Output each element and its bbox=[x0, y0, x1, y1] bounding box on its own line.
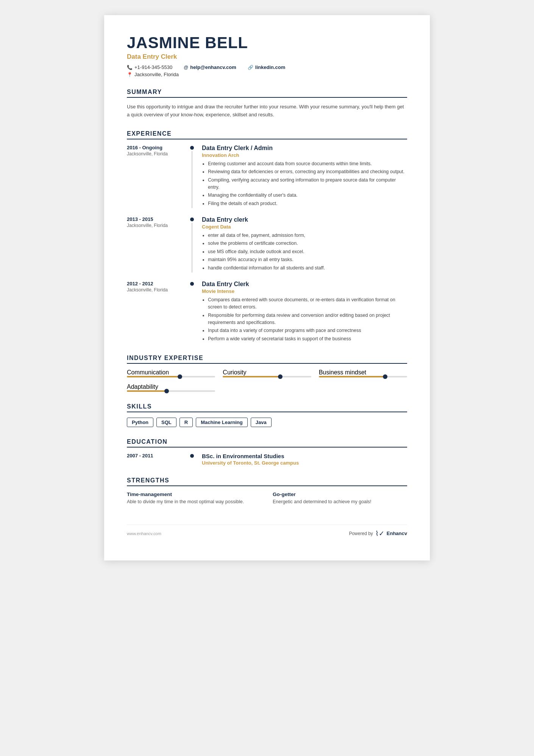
expertise-fill-0 bbox=[127, 376, 180, 377]
expertise-track-0 bbox=[127, 376, 215, 377]
exp-dot-2 bbox=[190, 282, 194, 286]
exp-right-2: Data Entry Clerk Movie Intense Compares … bbox=[197, 281, 407, 343]
expertise-track-2 bbox=[319, 376, 407, 377]
location-icon: 📍 bbox=[127, 72, 133, 77]
exp-left-0: 2016 - Ongoing Jacksonville, Florida bbox=[127, 145, 187, 208]
resume-container: JASMINE BELL Data Entry Clerk 📞 +1-914-3… bbox=[104, 15, 430, 560]
header: JASMINE BELL Data Entry Clerk 📞 +1-914-3… bbox=[127, 34, 407, 77]
exp-job-title-1: Data Entry clerk bbox=[202, 216, 407, 223]
education-title: EDUCATION bbox=[127, 438, 407, 448]
footer-brand-area: Powered by ⌇✓ Enhancv bbox=[349, 529, 407, 538]
exp-bullet-1-1: solve the problems of certificate correc… bbox=[208, 240, 407, 247]
strengths-title: STRENGTHS bbox=[127, 477, 407, 486]
edu-school-0: University of Toronto, St. George campus bbox=[202, 460, 407, 466]
skill-tag-3: Machine Learning bbox=[196, 418, 248, 427]
location-row: 📍 Jacksonville, Florida bbox=[127, 72, 407, 77]
exp-bullet-1-4: handle confidential information for all … bbox=[208, 265, 407, 272]
skill-tag-4: Java bbox=[251, 418, 272, 427]
expertise-fill-2 bbox=[319, 376, 385, 377]
expertise-item-1: Curiosity bbox=[223, 369, 311, 377]
enhancv-logo-icon: ⌇✓ bbox=[375, 529, 384, 538]
exp-timeline-0 bbox=[187, 145, 197, 208]
exp-item-1: 2013 - 2015 Jacksonville, Florida Data E… bbox=[127, 216, 407, 272]
exp-bullet-0-3: Managing the confidentiality of user's d… bbox=[208, 192, 407, 199]
experience-section: EXPERIENCE 2016 - Ongoing Jacksonville, … bbox=[127, 130, 407, 343]
expertise-label-0: Communication bbox=[127, 369, 169, 376]
contact-phone: 📞 +1-914-345-5530 bbox=[127, 64, 172, 70]
exp-location-1: Jacksonville, Florida bbox=[127, 223, 184, 228]
edu-timeline-0 bbox=[187, 453, 197, 466]
linkedin-link[interactable]: linkedin.com bbox=[255, 64, 285, 70]
expertise-label-2: Business mindset bbox=[319, 369, 366, 376]
footer: www.enhancv.com Powered by ⌇✓ Enhancv bbox=[127, 524, 407, 538]
exp-dot-0 bbox=[190, 146, 194, 150]
education-section: EDUCATION 2007 - 2011 BSc. in Environmen… bbox=[127, 438, 407, 466]
header-name: JASMINE BELL bbox=[127, 34, 407, 52]
email-link[interactable]: help@enhancv.com bbox=[190, 64, 236, 70]
location-text: Jacksonville, Florida bbox=[134, 72, 179, 77]
exp-bullet-0-2: Compiling, verifying accuracy and sortin… bbox=[208, 177, 407, 191]
exp-timeline-1 bbox=[187, 216, 197, 272]
exp-job-title-0: Data Entry Clerk / Admin bbox=[202, 145, 407, 152]
exp-company-0: Innovation Arch bbox=[202, 152, 407, 158]
exp-item-2: 2012 - 2012 Jacksonville, Florida Data E… bbox=[127, 281, 407, 343]
exp-right-0: Data Entry Clerk / Admin Innovation Arch… bbox=[197, 145, 407, 208]
exp-left-2: 2012 - 2012 Jacksonville, Florida bbox=[127, 281, 187, 343]
expertise-title: INDUSTRY EXPERTISE bbox=[127, 355, 407, 364]
exp-bullet-1-2: use MS office daily, include outlook and… bbox=[208, 248, 407, 255]
exp-dot-1 bbox=[190, 218, 194, 221]
exp-bullet-2-0: Compares data entered with source docume… bbox=[208, 296, 407, 311]
enhancv-brand-name: Enhancv bbox=[387, 531, 407, 536]
exp-bullets-1: enter all data of fee, payment, admissio… bbox=[202, 232, 407, 272]
exp-location-0: Jacksonville, Florida bbox=[127, 151, 184, 157]
exp-company-1: Cogent Data bbox=[202, 224, 407, 230]
summary-title: SUMMARY bbox=[127, 89, 407, 98]
exp-date-0: 2016 - Ongoing bbox=[127, 145, 184, 150]
exp-item-0: 2016 - Ongoing Jacksonville, Florida Dat… bbox=[127, 145, 407, 208]
skill-tag-0: Python bbox=[127, 418, 153, 427]
skills-title: SKILLS bbox=[127, 403, 407, 412]
exp-right-1: Data Entry clerk Cogent Data enter all d… bbox=[197, 216, 407, 272]
exp-bullet-1-3: maintain 95% accuracy in all entry tasks… bbox=[208, 256, 407, 263]
edu-dot-0 bbox=[190, 454, 194, 458]
summary-section: SUMMARY Use this opportunity to intrigue… bbox=[127, 89, 407, 119]
expertise-label-3: Adaptability bbox=[127, 383, 158, 390]
edu-item-0: 2007 - 2011 BSc. in Environmental Studie… bbox=[127, 453, 407, 466]
experience-title: EXPERIENCE bbox=[127, 130, 407, 139]
strengths-grid: Time-management Able to divide my time i… bbox=[127, 491, 407, 506]
contact-linkedin: 🔗 linkedin.com bbox=[248, 64, 285, 70]
exp-job-title-2: Data Entry Clerk bbox=[202, 281, 407, 288]
edu-date-0: 2007 - 2011 bbox=[127, 453, 187, 459]
exp-bullet-2-1: Responsible for performing data review a… bbox=[208, 312, 407, 327]
powered-by-text: Powered by bbox=[349, 531, 373, 536]
strength-title-0: Time-management bbox=[127, 491, 261, 497]
expertise-dot-3 bbox=[164, 389, 169, 393]
email-icon: @ bbox=[184, 65, 188, 70]
expertise-fill-1 bbox=[223, 376, 280, 377]
expertise-section: INDUSTRY EXPERTISE Communication Curiosi… bbox=[127, 355, 407, 392]
edu-right-0: BSc. in Environmental Studies University… bbox=[197, 453, 407, 466]
expertise-fill-3 bbox=[127, 390, 167, 392]
strength-item-0: Time-management Able to divide my time i… bbox=[127, 491, 261, 506]
summary-text: Use this opportunity to intrigue and dra… bbox=[127, 103, 407, 119]
expertise-label-1: Curiosity bbox=[223, 369, 246, 376]
expertise-dot-2 bbox=[383, 374, 387, 379]
expertise-dot-1 bbox=[278, 374, 283, 379]
header-title: Data Entry Clerk bbox=[127, 53, 407, 61]
exp-date-2: 2012 - 2012 bbox=[127, 281, 184, 286]
exp-bullet-0-0: Entering customer and account data from … bbox=[208, 160, 407, 167]
footer-website: www.enhancv.com bbox=[127, 531, 161, 536]
edu-degree-0: BSc. in Environmental Studies bbox=[202, 453, 407, 459]
exp-bullets-0: Entering customer and account data from … bbox=[202, 160, 407, 207]
contact-row: 📞 +1-914-345-5530 @ help@enhancv.com 🔗 l… bbox=[127, 64, 407, 70]
skill-tag-1: SQL bbox=[156, 418, 176, 427]
exp-date-1: 2013 - 2015 bbox=[127, 216, 184, 222]
skills-section: SKILLS Python SQL R Machine Learning Jav… bbox=[127, 403, 407, 427]
exp-left-1: 2013 - 2015 Jacksonville, Florida bbox=[127, 216, 187, 272]
skill-tag-2: R bbox=[180, 418, 193, 427]
exp-bullet-0-4: Filing the details of each product. bbox=[208, 200, 407, 207]
exp-bullets-2: Compares data entered with source docume… bbox=[202, 296, 407, 343]
exp-company-2: Movie Intense bbox=[202, 288, 407, 294]
strength-item-1: Go-getter Energetic and determined to ac… bbox=[273, 491, 407, 506]
strength-title-1: Go-getter bbox=[273, 491, 407, 497]
